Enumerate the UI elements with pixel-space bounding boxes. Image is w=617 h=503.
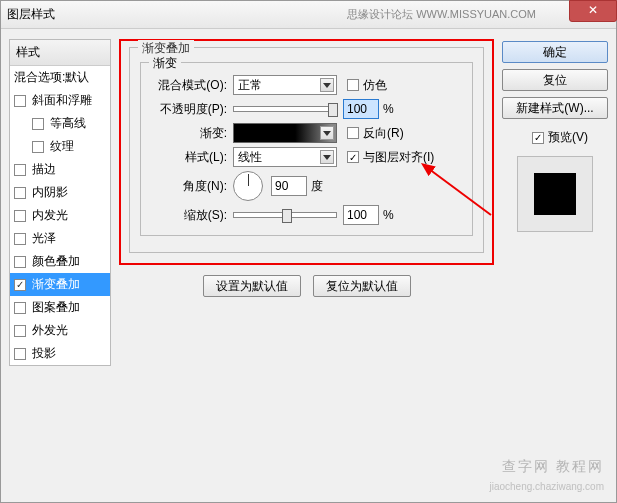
- dialog-body: 样式 混合选项:默认 斜面和浮雕 等高线 纹理 描边 内阴影 内发光 光泽 颜色…: [1, 29, 616, 502]
- style-label: 光泽: [32, 230, 56, 247]
- slider-thumb[interactable]: [282, 209, 292, 223]
- scale-slider[interactable]: [233, 212, 337, 218]
- watermark: 查字网 教程网: [502, 458, 604, 476]
- align-checkbox[interactable]: [347, 151, 359, 163]
- make-default-button[interactable]: 设置为默认值: [203, 275, 301, 297]
- style-item-outerglow[interactable]: 外发光: [10, 319, 110, 342]
- angle-dial[interactable]: [233, 171, 263, 201]
- style-label: 外发光: [32, 322, 68, 339]
- default-buttons-row: 设置为默认值 复位为默认值: [119, 275, 494, 297]
- blend-mode-row: 混合模式(O): 正常 仿色: [151, 75, 462, 95]
- close-button[interactable]: ✕: [569, 0, 617, 22]
- highlight-box: 渐变叠加 渐变 混合模式(O): 正常 仿色: [119, 39, 494, 265]
- style-item-texture[interactable]: 纹理: [10, 135, 110, 158]
- style-item-bevel[interactable]: 斜面和浮雕: [10, 89, 110, 112]
- blending-options-item[interactable]: 混合选项:默认: [10, 66, 110, 89]
- style-label: 渐变叠加: [32, 276, 80, 293]
- style-label: 样式(L):: [151, 149, 227, 166]
- percent-unit: %: [383, 208, 394, 222]
- scale-input[interactable]: 100: [343, 205, 379, 225]
- preview-checkbox[interactable]: [532, 132, 544, 144]
- style-label: 纹理: [50, 138, 74, 155]
- scale-label: 缩放(S):: [151, 207, 227, 224]
- window-title: 图层样式: [7, 6, 55, 23]
- checkbox[interactable]: [14, 302, 26, 314]
- titlebar: 图层样式 思缘设计论坛 WWW.MISSYUAN.COM ✕: [1, 1, 616, 29]
- checkbox[interactable]: [14, 95, 26, 107]
- style-value: 线性: [238, 149, 262, 166]
- checkbox[interactable]: [14, 233, 26, 245]
- blend-mode-value: 正常: [238, 77, 262, 94]
- checkbox[interactable]: [14, 210, 26, 222]
- styles-list: 样式 混合选项:默认 斜面和浮雕 等高线 纹理 描边 内阴影 内发光 光泽 颜色…: [9, 39, 111, 366]
- opacity-label: 不透明度(P):: [151, 101, 227, 118]
- checkbox[interactable]: [32, 141, 44, 153]
- style-item-innershadow[interactable]: 内阴影: [10, 181, 110, 204]
- gradient-row: 渐变: 反向(R): [151, 123, 462, 143]
- angle-input[interactable]: 90: [271, 176, 307, 196]
- dialog-window: 图层样式 思缘设计论坛 WWW.MISSYUAN.COM ✕ 样式 混合选项:默…: [0, 0, 617, 503]
- style-label: 等高线: [50, 115, 86, 132]
- style-item-satin[interactable]: 光泽: [10, 227, 110, 250]
- preview-swatch: [534, 173, 576, 215]
- cancel-button[interactable]: 复位: [502, 69, 608, 91]
- percent-unit: %: [383, 102, 394, 116]
- window-subtitle: 思缘设计论坛 WWW.MISSYUAN.COM: [347, 7, 536, 22]
- close-icon: ✕: [588, 3, 598, 17]
- chevron-down-icon: [320, 78, 334, 92]
- style-item-innerglow[interactable]: 内发光: [10, 204, 110, 227]
- style-select[interactable]: 线性: [233, 147, 337, 167]
- blending-label: 混合选项:默认: [14, 69, 89, 86]
- reset-default-button[interactable]: 复位为默认值: [313, 275, 411, 297]
- opacity-slider[interactable]: [233, 106, 337, 112]
- style-label: 内发光: [32, 207, 68, 224]
- angle-unit: 度: [311, 178, 323, 195]
- style-row: 样式(L): 线性 与图层对齐(I): [151, 147, 462, 167]
- scale-row: 缩放(S): 100 %: [151, 205, 462, 225]
- style-item-gradientoverlay[interactable]: 渐变叠加: [10, 273, 110, 296]
- style-label: 颜色叠加: [32, 253, 80, 270]
- checkbox[interactable]: [14, 256, 26, 268]
- angle-label: 角度(N):: [151, 178, 227, 195]
- checkbox[interactable]: [14, 325, 26, 337]
- checkbox[interactable]: [32, 118, 44, 130]
- style-label: 描边: [32, 161, 56, 178]
- style-item-contour[interactable]: 等高线: [10, 112, 110, 135]
- style-label: 斜面和浮雕: [32, 92, 92, 109]
- gradient-group: 渐变 混合模式(O): 正常 仿色 不透明度(P):: [140, 62, 473, 236]
- chevron-down-icon: [320, 150, 334, 164]
- opacity-input[interactable]: 100: [343, 99, 379, 119]
- checkbox[interactable]: [14, 348, 26, 360]
- style-label: 投影: [32, 345, 56, 362]
- reverse-checkbox[interactable]: [347, 127, 359, 139]
- main-panel: 渐变叠加 渐变 混合模式(O): 正常 仿色: [111, 39, 502, 494]
- dither-label: 仿色: [363, 77, 387, 94]
- style-item-dropshadow[interactable]: 投影: [10, 342, 110, 365]
- blend-mode-select[interactable]: 正常: [233, 75, 337, 95]
- ok-button[interactable]: 确定: [502, 41, 608, 63]
- checkbox[interactable]: [14, 164, 26, 176]
- style-label: 内阴影: [32, 184, 68, 201]
- dither-checkbox[interactable]: [347, 79, 359, 91]
- angle-row: 角度(N): 90 度: [151, 171, 462, 201]
- preview-row: 预览(V): [502, 129, 608, 146]
- reverse-label: 反向(R): [363, 125, 404, 142]
- slider-thumb[interactable]: [328, 103, 338, 117]
- opacity-row: 不透明度(P): 100 %: [151, 99, 462, 119]
- style-item-patternoverlay[interactable]: 图案叠加: [10, 296, 110, 319]
- new-style-button[interactable]: 新建样式(W)...: [502, 97, 608, 119]
- gradient-swatch[interactable]: [233, 123, 337, 143]
- preview-box: [517, 156, 593, 232]
- gradient-overlay-group: 渐变叠加 渐变 混合模式(O): 正常 仿色: [129, 47, 484, 253]
- style-label: 图案叠加: [32, 299, 80, 316]
- styles-sidebar: 样式 混合选项:默认 斜面和浮雕 等高线 纹理 描边 内阴影 内发光 光泽 颜色…: [9, 39, 111, 494]
- style-item-stroke[interactable]: 描边: [10, 158, 110, 181]
- style-item-coloroverlay[interactable]: 颜色叠加: [10, 250, 110, 273]
- preview-label: 预览(V): [548, 129, 588, 146]
- checkbox[interactable]: [14, 187, 26, 199]
- inner-title: 渐变: [149, 55, 181, 72]
- gradient-label: 渐变:: [151, 125, 227, 142]
- chevron-down-icon: [320, 126, 334, 140]
- right-panel: 确定 复位 新建样式(W)... 预览(V): [502, 39, 608, 494]
- checkbox[interactable]: [14, 279, 26, 291]
